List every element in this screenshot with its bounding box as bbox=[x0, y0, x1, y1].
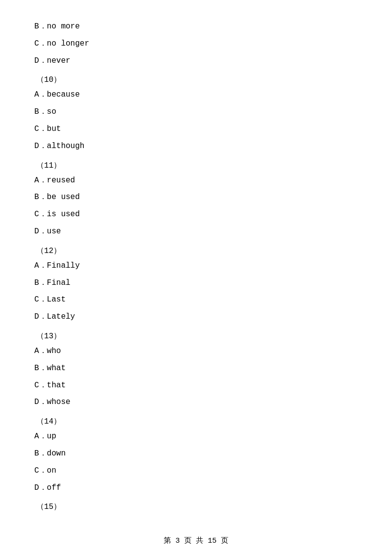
c-on: C．on bbox=[34, 464, 358, 478]
c-is-used: C．is used bbox=[34, 207, 358, 222]
c-but: C．but bbox=[34, 122, 358, 136]
b-what: B．what bbox=[34, 361, 358, 376]
page-footer: 第 3 页 共 15 页 bbox=[0, 536, 392, 545]
c-no-longer: C．no longer bbox=[34, 37, 358, 51]
a-up: A．up bbox=[34, 429, 358, 444]
main-content: B．no moreC．no longerD．never（10）A．because… bbox=[0, 0, 392, 544]
q14: （14） bbox=[34, 416, 358, 427]
d-use: D．use bbox=[34, 225, 358, 239]
q11: （11） bbox=[34, 160, 358, 171]
a-reused: A．reused bbox=[34, 174, 358, 188]
q15: （15） bbox=[34, 502, 358, 512]
a-because: A．because bbox=[34, 88, 358, 102]
b-final: B．Final bbox=[34, 276, 358, 290]
b-be-used: B．be used bbox=[34, 190, 358, 204]
c-last: C．Last bbox=[34, 293, 358, 307]
q13: （13） bbox=[34, 331, 358, 341]
d-off: D．off bbox=[34, 481, 358, 495]
d-never: D．never bbox=[34, 54, 358, 68]
d-lately: D．Lately bbox=[34, 310, 358, 324]
b-so: B．so bbox=[34, 105, 358, 119]
b-down: B．down bbox=[34, 447, 358, 461]
d-whose: D．whose bbox=[34, 395, 358, 409]
a-who: A．who bbox=[34, 344, 358, 358]
q10: （10） bbox=[34, 75, 358, 85]
q12: （12） bbox=[34, 246, 358, 256]
a-finally: A．Finally bbox=[34, 259, 358, 273]
b-no-more: B．no more bbox=[34, 20, 358, 34]
c-that: C．that bbox=[34, 378, 358, 393]
d-although: D．although bbox=[34, 139, 358, 153]
